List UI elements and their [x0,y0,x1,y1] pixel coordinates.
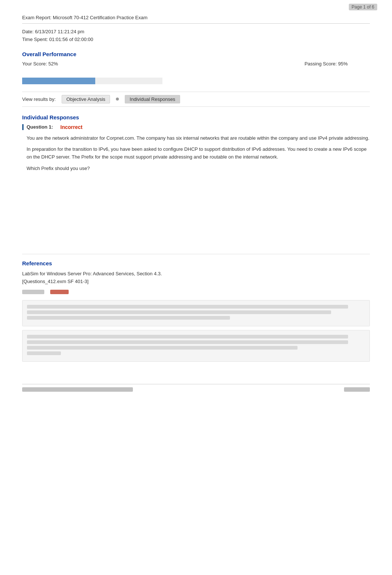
tab-separator [116,98,119,101]
view-results-label: View results by: [22,96,56,102]
blurred-tags-row [22,290,370,294]
question-1-body: You are the network administrator for Co… [22,135,370,173]
score-bar-fill [22,78,95,84]
blurred-content-2 [22,330,370,362]
score-bar-bg [22,78,162,84]
question-1-paragraph-1: You are the network administrator for Co… [27,135,370,142]
individual-responses-heading: Individual Responses [22,114,370,120]
blurred-line [27,335,348,338]
question-1-container: Question 1: Incorrect You are the networ… [22,124,370,173]
exam-title: Exam Report: Microsoft 70-412 Certificat… [22,15,370,20]
blurred-tag-red [50,290,69,294]
footer-bar [22,384,370,392]
question-1-paragraph-3: Which Prefix should you use? [27,165,370,173]
blurred-line [27,316,230,320]
exam-meta: Date: 6/13/2017 11:21:24 pm Time Spent: … [22,28,370,44]
tab-individual-responses[interactable]: Individual Responses [125,95,180,103]
individual-responses-section: Individual Responses Question 1: Incorre… [22,114,370,173]
blurred-line [27,340,348,344]
score-area: Your Score: 52% Passing Score: 95% [22,61,370,84]
question-1-paragraph-2: In preparation for the transition to IPv… [27,146,370,161]
overall-performance-section: Overall Performance Your Score: 52% Pass… [22,51,370,84]
footer-left-blurred [22,387,133,392]
exam-title-bar: Exam Report: Microsoft 70-412 Certificat… [22,15,370,24]
overall-performance-heading: Overall Performance [22,51,370,57]
blurred-line [27,310,331,314]
footer-right-blurred [344,387,370,392]
question-1-label: Question 1: [27,124,53,130]
page-number: Page 1 of 6 [349,4,377,10]
view-results-row: View results by: Objective Analysis Indi… [22,92,370,107]
blurred-line [27,346,298,350]
blurred-line [27,305,348,309]
answer-options-area [22,180,370,239]
blurred-tag-1 [22,290,44,294]
blurred-content-1 [22,300,370,326]
references-heading: References [22,260,370,266]
references-section: References LabSim for Windows Server Pro… [22,254,370,362]
exam-time-spent: Time Spent: 01:01:56 of 02:00:00 [22,36,370,44]
passing-score: Passing Score: 95% [305,61,348,67]
references-line-2: [Questions_412.exm SF 401-3] [22,278,370,286]
question-1-status: Incorrect [61,124,83,130]
question-1-header: Question 1: Incorrect [22,124,370,130]
references-line-1: LabSim for Windows Server Pro: Advanced … [22,270,370,278]
exam-date: Date: 6/13/2017 11:21:24 pm [22,28,370,36]
blurred-line [27,351,61,355]
references-content: LabSim for Windows Server Pro: Advanced … [22,270,370,286]
tab-objective-analysis[interactable]: Objective Analysis [62,95,110,103]
